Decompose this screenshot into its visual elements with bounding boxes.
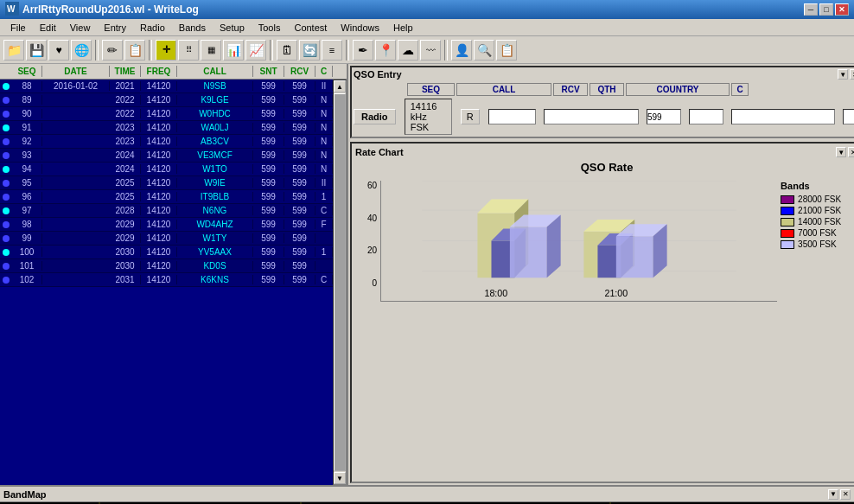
rate-chart-close[interactable]: ✕ — [848, 147, 854, 157]
rate-chart-collapse[interactable]: ▼ — [836, 147, 846, 157]
maximize-button[interactable]: □ — [819, 3, 833, 16]
toolbar-grid[interactable]: ▦ — [201, 40, 221, 61]
bandmap-close[interactable]: ✕ — [840, 489, 851, 500]
toolbar-user[interactable]: 👤 — [451, 40, 472, 61]
scroll-up[interactable]: ▲ — [334, 80, 346, 93]
menu-file[interactable]: File — [3, 21, 33, 35]
table-row[interactable]: 94 2024 14120 W1TO 599 599 N — [0, 163, 333, 176]
row-indicator — [0, 249, 12, 256]
row-dot — [3, 97, 10, 104]
qso-seq-input[interactable] — [488, 109, 536, 124]
legend-label-3500: 3500 FSK — [798, 239, 836, 249]
qso-rcv-input[interactable] — [647, 109, 681, 124]
toolbar-cross[interactable]: ✛ — [156, 40, 176, 61]
menu-radio[interactable]: Radio — [133, 21, 172, 35]
table-row[interactable]: 98 2029 14120 WD4AHZ 599 599 F — [0, 218, 333, 232]
cell-snt: 599 — [253, 137, 284, 146]
log-col-call: CALL — [177, 66, 253, 77]
table-row[interactable]: 95 2025 14120 W9IE 599 599 II — [0, 176, 333, 190]
toolbar-dots[interactable]: ⠿ — [178, 40, 199, 61]
cell-time: 2022 — [110, 109, 141, 118]
bandmap-collapse[interactable]: ▼ — [828, 489, 838, 500]
table-row[interactable]: 101 2030 14120 KD0S 599 599 — [0, 259, 333, 273]
table-row[interactable]: 99 2029 14120 W1TY 599 599 — [0, 232, 333, 246]
table-row[interactable]: 97 2028 14120 N6NG 599 599 C — [0, 204, 333, 218]
cell-rcv: 599 — [284, 150, 315, 160]
qso-entry-collapse[interactable]: ▼ — [838, 69, 848, 80]
table-row[interactable]: 89 2022 14120 K9LGE 599 599 N — [0, 93, 333, 107]
toolbar-pencil[interactable]: ✏ — [102, 40, 123, 61]
menu-tools[interactable]: Tools — [252, 21, 288, 35]
table-row[interactable]: 88 2016-01-02 2021 14120 N9SB 599 599 II — [0, 80, 333, 93]
cell-rcv: 599 — [284, 164, 315, 174]
toolbar-lines[interactable]: ≡ — [322, 40, 342, 61]
table-row[interactable]: 92 2023 14120 AB3CV 599 599 N — [0, 135, 333, 149]
toolbar-calendar[interactable]: 🗓 — [277, 40, 297, 61]
qso-entry-title: QSO Entry — [354, 69, 402, 80]
cell-rcv: 599 — [284, 261, 315, 271]
cell-time: 2030 — [110, 261, 141, 271]
menu-windows[interactable]: Windows — [334, 21, 386, 35]
cell-freq: 14120 — [141, 206, 177, 215]
cell-time: 2021 — [110, 81, 141, 91]
scroll-down[interactable]: ▼ — [334, 472, 346, 484]
cell-snt: 599 — [253, 178, 284, 188]
row-indicator — [0, 166, 12, 173]
row-dot — [3, 235, 10, 242]
cell-freq: 14120 — [141, 178, 177, 188]
cell-c: 1 — [315, 192, 333, 201]
toolbar-cloud[interactable]: ☁ — [398, 40, 418, 61]
table-row[interactable]: 90 2022 14120 W0HDC 599 599 N — [0, 107, 333, 121]
legend-label-21000: 21000 FSK — [798, 206, 841, 215]
toolbar-search[interactable]: 🔍 — [474, 40, 494, 61]
toolbar-line-chart[interactable]: 📈 — [245, 40, 266, 61]
log-scrollbar[interactable]: ▲ ▼ — [333, 80, 347, 485]
table-row[interactable]: 96 2025 14120 IT9BLB 599 599 1 — [0, 190, 333, 204]
menu-edit[interactable]: Edit — [33, 21, 63, 35]
toolbar-doc[interactable]: 📋 — [496, 40, 517, 61]
cell-seq: 94 — [12, 164, 42, 174]
log-rows: 88 2016-01-02 2021 14120 N9SB 599 599 II… — [0, 80, 333, 485]
toolbar-wave[interactable]: 〰 — [420, 40, 441, 61]
row-dot — [3, 207, 10, 214]
qso-entry-close[interactable]: ✕ — [850, 69, 854, 80]
qso-qth-input[interactable] — [689, 109, 723, 124]
cell-call: AB3CV — [177, 137, 253, 146]
menu-setup[interactable]: Setup — [213, 21, 252, 35]
row-indicator — [0, 221, 12, 228]
toolbar-pin[interactable]: 📍 — [375, 40, 396, 61]
menu-bands[interactable]: Bands — [172, 21, 213, 35]
toolbar-new[interactable]: 📁 — [3, 40, 24, 61]
cell-time: 2031 — [110, 275, 141, 284]
qso-entry-panel: QSO Entry ▼ ✕ SEQ CALL RCV QTH COUNTRY C… — [350, 66, 854, 138]
toolbar-bar-chart[interactable]: 📊 — [223, 40, 244, 61]
toolbar-clipboard[interactable]: 📋 — [124, 40, 145, 61]
toolbar-globe[interactable]: 🌐 — [71, 40, 92, 61]
table-row[interactable]: 100 2030 14120 YV5AAX 599 599 1 — [0, 246, 333, 259]
minimize-button[interactable]: ─ — [804, 3, 818, 16]
log-col-rcv: RCV — [284, 66, 315, 77]
cell-freq: 14120 — [141, 123, 177, 132]
y-label-20: 20 — [367, 246, 377, 255]
log-col-date: DATE — [42, 66, 110, 77]
menu-contest[interactable]: Contest — [287, 21, 334, 35]
qso-country-input[interactable] — [731, 109, 835, 124]
table-row[interactable]: 93 2024 14120 VE3MCF 599 599 N — [0, 149, 333, 163]
r-button[interactable]: R — [461, 109, 480, 124]
toolbar-heart[interactable]: ♥ — [48, 40, 69, 61]
close-button[interactable]: ✕ — [835, 3, 849, 16]
radio-label[interactable]: Radio — [354, 109, 396, 124]
table-row[interactable]: 91 2023 14120 WA0LJ 599 599 N — [0, 121, 333, 135]
toolbar-pen[interactable]: ✒ — [353, 40, 373, 61]
qso-c-input[interactable] — [843, 109, 854, 124]
toolbar-refresh[interactable]: 🔄 — [299, 40, 320, 61]
table-row[interactable]: 102 2031 14120 K6KNS 599 599 C — [0, 273, 333, 287]
rate-chart-panel: Rate Chart ▼ ✕ QSO Rate 60 40 20 0 — [350, 142, 854, 483]
row-dot — [3, 138, 10, 145]
toolbar-save[interactable]: 💾 — [26, 40, 47, 61]
qso-call-input[interactable] — [544, 109, 639, 124]
scroll-thumb[interactable] — [334, 93, 346, 471]
menu-help[interactable]: Help — [386, 21, 420, 35]
menu-view[interactable]: View — [63, 21, 98, 35]
menu-entry[interactable]: Entry — [97, 21, 133, 35]
